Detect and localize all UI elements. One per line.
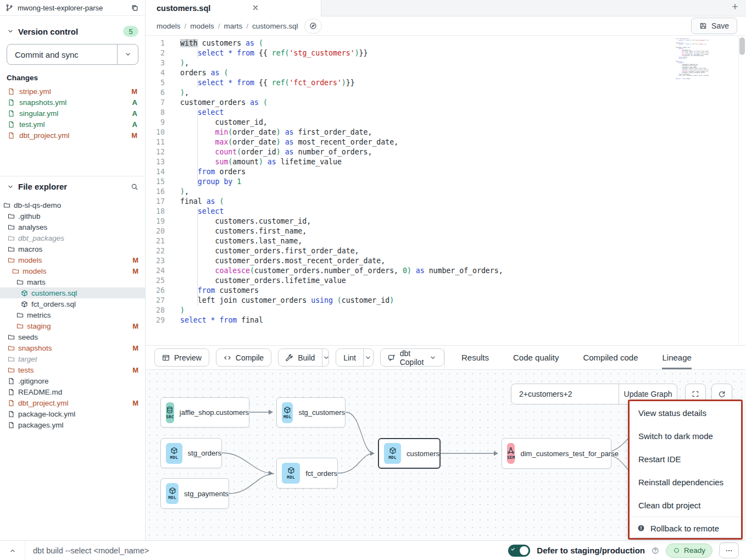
tree-item-package-lock-yml[interactable]: package-lock.yml xyxy=(0,408,145,419)
lineage-selector-input[interactable] xyxy=(511,384,619,404)
tree-item-metrics[interactable]: metrics xyxy=(0,309,145,320)
code-line[interactable]: 13 sum(amount) as lifetime_value xyxy=(146,157,746,167)
breadcrumb-item[interactable]: models xyxy=(190,22,214,30)
tree-item-dbt-project-yml[interactable]: dbt_project.ymlM xyxy=(0,397,145,408)
code-line[interactable]: 11 max(order_date) as most_recent_order_… xyxy=(146,137,746,147)
code-line[interactable]: 2 select * from {{ ref('stg_customers')}… xyxy=(146,48,746,58)
lineage-node-fct-orders[interactable]: MDLfct_orders xyxy=(276,458,338,489)
more-options-button[interactable] xyxy=(719,542,739,558)
lineage-node-stg-payments[interactable]: MDLstg_payments xyxy=(160,478,229,509)
close-icon[interactable] xyxy=(252,4,259,12)
code-line[interactable]: 19 customers.customer_id, xyxy=(146,217,746,226)
code-line[interactable]: 3), xyxy=(146,58,746,68)
breadcrumb-item[interactable]: customers.sql xyxy=(252,22,298,30)
tree-item-fct-orders-sql[interactable]: fct_orders.sql xyxy=(0,298,145,309)
save-button[interactable]: Save xyxy=(691,18,737,34)
tree-item-models[interactable]: modelsM xyxy=(0,265,145,276)
tree-item--gitignore[interactable]: .gitignore xyxy=(0,375,145,386)
tree-item-models[interactable]: modelsM xyxy=(0,254,145,265)
code-line[interactable]: 6), xyxy=(146,88,746,98)
code-line[interactable]: 22 customer_orders.first_order_date, xyxy=(146,246,746,256)
menu-item-rollback-to-remote[interactable]: Rollback to remote xyxy=(630,517,741,537)
help-icon[interactable] xyxy=(652,547,659,555)
breadcrumb-item[interactable]: marts xyxy=(224,22,243,30)
code-line[interactable]: 24 coalesce(customer_orders.number_of_or… xyxy=(146,266,746,276)
tree-item-readme-md[interactable]: README.md xyxy=(0,386,145,397)
lineage-node-stg-orders[interactable]: MDLstg_orders xyxy=(160,438,222,468)
lint-dropdown-button[interactable] xyxy=(363,349,373,366)
chevron-down-icon[interactable] xyxy=(7,183,14,191)
code-line[interactable]: 1with customers as ( xyxy=(146,38,746,48)
tab-code-quality[interactable]: Code quality xyxy=(513,346,559,369)
code-editor[interactable]: 1with customers as (2 select * from {{ r… xyxy=(146,36,746,345)
tree-item-db-sl-qs-demo[interactable]: db-sl-qs-demo xyxy=(0,199,145,210)
commit-and-sync-button[interactable]: Commit and sync xyxy=(7,45,117,64)
code-line[interactable]: 20 customers.first_name, xyxy=(146,226,746,236)
tree-item-tests[interactable]: testsM xyxy=(0,364,145,375)
lineage-node-jaffle-shop-customers[interactable]: SRCjaffle_shop.customers xyxy=(160,397,249,428)
code-line[interactable]: 27 left join customer_orders using (cust… xyxy=(146,296,746,306)
tab-customers-sql[interactable]: customers.sql xyxy=(146,0,321,16)
code-line[interactable]: 14 from orders xyxy=(146,167,746,177)
code-line[interactable]: 25 customer_orders.lifetime_value xyxy=(146,276,746,286)
change-item[interactable]: singular.ymlA xyxy=(7,108,138,119)
menu-item-view-status-details[interactable]: View status details xyxy=(630,401,741,424)
tree-item-dbt-packages[interactable]: dbt_packages xyxy=(0,232,145,243)
copy-icon[interactable] xyxy=(131,4,138,12)
lineage-node-dim-customers-test-for-parse[interactable]: SEMdim_customers_test_for_parse xyxy=(502,438,611,469)
code-line[interactable]: 12 count(order_id) as number_of_orders, xyxy=(146,147,746,157)
tree-item--github[interactable]: .github xyxy=(0,210,145,221)
lineage-node-customers[interactable]: MDLcustomers xyxy=(378,438,441,469)
code-line[interactable]: 23 customer_orders.most_recent_order_dat… xyxy=(146,256,746,266)
editor-minimap[interactable]: with customers as ( select * from {{ ref… xyxy=(676,38,709,88)
code-line[interactable]: 16), xyxy=(146,187,746,197)
code-line[interactable]: 15 group by 1 xyxy=(146,177,746,187)
tree-item-customers-sql[interactable]: customers.sql xyxy=(0,287,145,298)
new-tab-button[interactable] xyxy=(731,3,739,10)
lineage-node-stg-customers[interactable]: MDLstg_customers xyxy=(276,397,346,428)
change-item[interactable]: test.ymlA xyxy=(7,119,138,130)
scrollbar-thumb[interactable] xyxy=(739,37,745,55)
tree-item-analyses[interactable]: analyses xyxy=(0,221,145,232)
code-line[interactable]: 8 select xyxy=(146,108,746,118)
compass-icon[interactable] xyxy=(304,19,322,34)
tree-item-marts[interactable]: marts xyxy=(0,276,145,287)
chevron-down-icon[interactable] xyxy=(7,27,14,35)
tree-item-macros[interactable]: macros xyxy=(0,243,145,254)
code-line[interactable]: 17final as ( xyxy=(146,197,746,207)
expand-command-bar-button[interactable] xyxy=(0,541,25,560)
code-line[interactable]: 18 select xyxy=(146,207,746,217)
build-button[interactable]: Build xyxy=(279,349,322,366)
lint-button[interactable]: Lint xyxy=(336,349,363,366)
commit-dropdown-button[interactable] xyxy=(117,45,138,64)
code-line[interactable]: 10 min(order_date) as first_order_date, xyxy=(146,127,746,137)
code-line[interactable]: 5 select * from {{ ref('fct_orders')}} xyxy=(146,78,746,88)
preview-button[interactable]: Preview xyxy=(154,348,209,367)
change-item[interactable]: dbt_project.ymlM xyxy=(7,130,138,141)
compile-button[interactable]: Compile xyxy=(216,348,271,367)
code-line[interactable]: 9 customer_id, xyxy=(146,118,746,127)
tree-item-target[interactable]: target xyxy=(0,353,145,364)
menu-item-reinstall-dependencies[interactable]: Reinstall dependencies xyxy=(630,470,741,494)
code-line[interactable]: 28) xyxy=(146,306,746,315)
tab-lineage[interactable]: Lineage xyxy=(662,346,691,369)
tree-item-staging[interactable]: stagingM xyxy=(0,320,145,331)
code-line[interactable]: 21 customers.last_name, xyxy=(146,236,746,246)
defer-toggle[interactable] xyxy=(508,545,530,557)
tree-item-seeds[interactable]: seeds xyxy=(0,331,145,342)
change-item[interactable]: snapshots.ymlA xyxy=(7,97,138,108)
menu-item-restart-ide[interactable]: Restart IDE xyxy=(630,447,741,470)
search-icon[interactable] xyxy=(131,183,138,191)
dbt-copilot-button[interactable]: dbt Copilot xyxy=(380,348,444,367)
tab-results[interactable]: Results xyxy=(461,346,489,369)
build-dropdown-button[interactable] xyxy=(322,349,329,366)
tree-item-snapshots[interactable]: snapshotsM xyxy=(0,342,145,353)
tree-item-packages-yml[interactable]: packages.yml xyxy=(0,419,145,430)
menu-item-clean-dbt-project[interactable]: Clean dbt project xyxy=(630,494,741,517)
tab-compiled-code[interactable]: Compiled code xyxy=(583,346,638,369)
command-input[interactable]: dbt build --select <model_name> xyxy=(25,546,508,555)
code-line[interactable]: 29select * from final xyxy=(146,315,746,325)
code-line[interactable]: 26 from customers xyxy=(146,286,746,296)
code-line[interactable]: 4orders as ( xyxy=(146,68,746,78)
change-item[interactable]: stripe.ymlM xyxy=(7,86,138,97)
